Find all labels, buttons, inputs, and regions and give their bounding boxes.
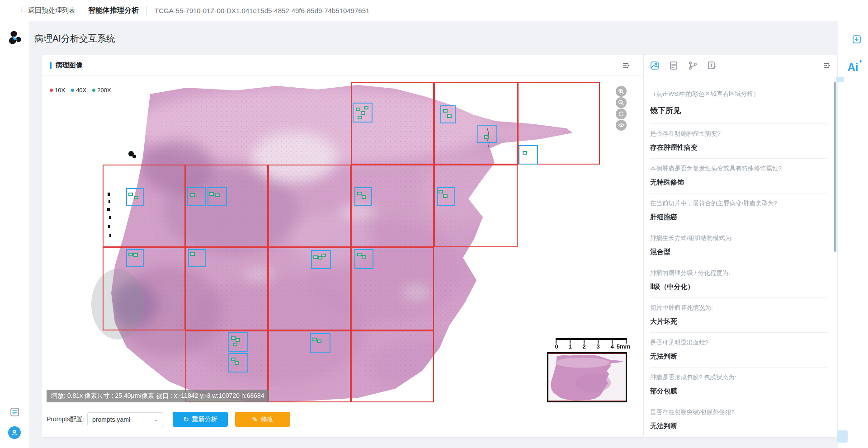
region-box-40x[interactable] (228, 332, 248, 352)
ai-assistant-button[interactable]: Ai✦ (838, 61, 868, 74)
region-box-200x[interactable] (313, 255, 318, 259)
answer: 肝细胞癌 (650, 213, 827, 222)
region-box-10x[interactable] (351, 82, 434, 165)
slide-overview-thumbnail[interactable] (547, 352, 627, 402)
prompts-config-value: prompts.yaml (92, 416, 130, 423)
tab-report-text[interactable] (669, 61, 679, 71)
region-box-40x[interactable] (187, 187, 206, 206)
region-box-10x[interactable] (103, 247, 185, 330)
region-box-200x[interactable] (361, 111, 365, 115)
question: 肿瘤是否形成包膜? 包膜状态为: (650, 373, 827, 382)
region-box-200x[interactable] (321, 254, 326, 257)
region-box-200x[interactable] (231, 336, 236, 340)
scale-ruler: 0 1 2 3 4 5mm (556, 338, 627, 351)
region-box-200x[interactable] (439, 190, 443, 193)
region-box-40x[interactable] (126, 249, 144, 267)
question: 肿瘤的病理分级 / 分化程度为: (650, 269, 827, 277)
panel-scrollbar[interactable] (834, 82, 836, 252)
region-box-200x[interactable] (231, 358, 236, 361)
page-title: 病理AI分析交互系统 (34, 33, 115, 45)
region-box-200x[interactable] (357, 253, 362, 256)
collapse-panel-icon[interactable] (823, 61, 832, 71)
qa-item: 本例肿瘤是否为复发性病变或具有特殊修饰属性? 无特殊修饰 (650, 159, 827, 193)
region-box-200x[interactable] (447, 114, 452, 118)
toggle-annotations-eye-button[interactable] (616, 120, 627, 131)
region-box-200x[interactable] (128, 193, 133, 196)
edit-pencil-icon: ✎ (252, 416, 258, 423)
user-avatar[interactable] (8, 426, 21, 439)
answer: 存在肿瘤性病变 (650, 143, 827, 152)
export-pdf-icon[interactable] (852, 34, 862, 46)
region-box-10x[interactable] (268, 247, 351, 330)
region-box-200x[interactable] (443, 194, 448, 198)
modify-button[interactable]: ✎ 修改 (235, 412, 290, 427)
legend-dot-10x (50, 89, 53, 92)
region-box-200x[interactable] (358, 116, 362, 119)
qa-item: 肿瘤生长方式/组织结构模式为: 混合型 (650, 228, 827, 263)
region-box-40x[interactable] (188, 249, 206, 267)
region-box-200x[interactable] (443, 109, 448, 113)
ai-bottom-chip[interactable] (837, 430, 848, 443)
ai-highlight-chip (836, 77, 844, 82)
collapse-panel-icon[interactable] (623, 61, 631, 71)
wsi-viewer-canvas[interactable]: 10X 40X 200X (42, 76, 643, 404)
reanalyze-button[interactable]: ↻ 重新分析 (173, 412, 228, 427)
chevron-left-icon: 〈 (18, 6, 23, 15)
tab-image-analysis[interactable] (650, 61, 660, 71)
question: 是否存在明确肿瘤性病变? (650, 130, 827, 138)
prompts-config-label: Prompts配置: (47, 415, 85, 424)
region-box-10x[interactable] (103, 165, 185, 247)
scale-label: 1 (568, 343, 571, 350)
pathology-image-panel: 病理图像 (42, 55, 643, 437)
region-box-10x[interactable] (268, 330, 351, 402)
modify-label: 修改 (261, 415, 274, 424)
region-box-200x[interactable] (312, 338, 317, 341)
region-box-200x[interactable] (190, 252, 195, 256)
region-box-200x[interactable] (356, 108, 360, 111)
region-box-200x[interactable] (233, 343, 237, 346)
region-box-40x[interactable] (311, 250, 331, 269)
legend-label-40x: 40X (76, 87, 86, 94)
region-box-200x[interactable] (236, 338, 240, 342)
region-box-200x[interactable] (362, 255, 366, 259)
region-box-200x[interactable] (362, 195, 366, 199)
region-box-200x[interactable] (523, 151, 527, 155)
qa-item: 是否可见明显出血灶? 无法判断 (650, 333, 827, 368)
region-box-200x[interactable] (190, 193, 195, 197)
zoom-out-button[interactable] (616, 97, 627, 108)
question: 是否可见明显出血灶? (650, 339, 827, 347)
prompts-config-select[interactable]: prompts.yaml ⌄ (87, 412, 163, 426)
region-box-200x[interactable] (128, 253, 133, 256)
zoom-in-button[interactable] (616, 86, 627, 97)
region-box-200x[interactable] (235, 361, 239, 365)
region-box-200x[interactable] (317, 340, 321, 343)
scale-label: 4 (610, 343, 613, 350)
region-box-10x[interactable] (351, 330, 434, 402)
question: 在当前切片中，最符合的主要病变/肿瘤类型为? (650, 199, 827, 207)
region-box-200x[interactable] (215, 193, 220, 197)
reanalyze-label: 重新分析 (192, 415, 217, 424)
answer: 无法判断 (650, 422, 827, 430)
tab-inference-graph[interactable] (688, 61, 698, 71)
section-title: 镜下所见 (650, 105, 827, 124)
app-logo[interactable] (7, 30, 22, 48)
qa-item: 是否存在明确肿瘤性病变? 存在肿瘤性病变 (650, 124, 827, 159)
region-box-40x[interactable] (519, 145, 538, 165)
microscopy-findings-body: （点击WSI中的彩色区域查看区域分析） 镜下所见 是否存在明确肿瘤性病变? 存在… (644, 76, 837, 437)
region-box-200x[interactable] (364, 106, 368, 109)
region-box-200x[interactable] (484, 135, 489, 139)
qa-item: 是否存在包膜突破/包膜外侵犯? 无法判断 (650, 402, 827, 437)
region-box-10x[interactable] (268, 165, 351, 247)
tab-text-edit[interactable] (707, 61, 717, 71)
region-box-40x[interactable] (477, 125, 497, 143)
slide-id: TCGA-55-7910-01Z-00-DX1.041e15d5-4852-49… (155, 7, 369, 14)
notes-icon[interactable] (9, 407, 20, 419)
region-box-40x[interactable] (354, 249, 373, 269)
reset-view-button[interactable] (616, 108, 627, 119)
chevron-down-icon: ⌄ (154, 416, 158, 423)
region-box-200x[interactable] (134, 196, 138, 199)
back-to-list-button[interactable]: 〈 返回预处理列表 (17, 6, 75, 15)
region-box-200x[interactable] (133, 253, 138, 257)
region-box-200x[interactable] (209, 192, 214, 196)
region-box-200x[interactable] (357, 192, 362, 195)
